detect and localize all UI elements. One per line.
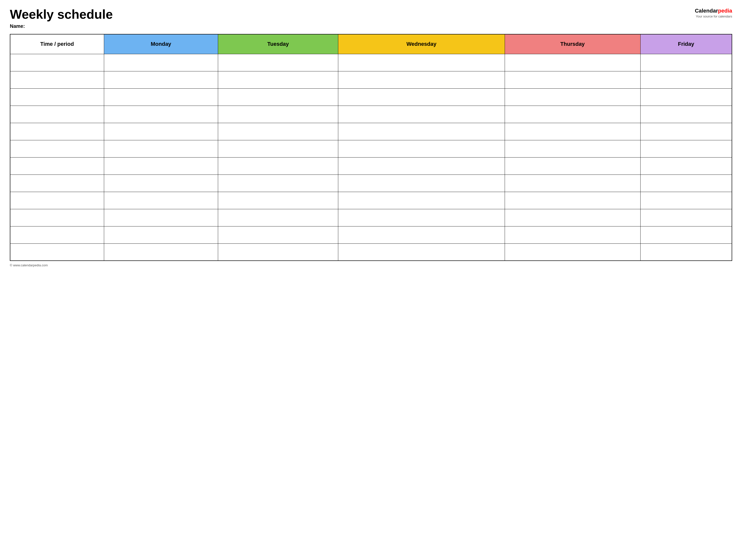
title-section: Weekly schedule Name:: [10, 7, 113, 29]
schedule-cell[interactable]: [338, 89, 505, 106]
schedule-cell[interactable]: [505, 157, 640, 174]
schedule-cell[interactable]: [104, 157, 218, 174]
time-cell[interactable]: [10, 243, 104, 261]
schedule-cell[interactable]: [338, 157, 505, 174]
schedule-cell[interactable]: [104, 192, 218, 209]
schedule-cell[interactable]: [104, 106, 218, 123]
schedule-body: [10, 54, 732, 261]
time-cell[interactable]: [10, 209, 104, 226]
schedule-cell[interactable]: [640, 89, 732, 106]
schedule-cell[interactable]: [640, 243, 732, 261]
schedule-cell[interactable]: [338, 209, 505, 226]
col-header-time: Time / period: [10, 34, 104, 54]
schedule-cell[interactable]: [218, 140, 338, 157]
schedule-cell[interactable]: [338, 140, 505, 157]
table-row: [10, 123, 732, 140]
schedule-cell[interactable]: [104, 226, 218, 243]
schedule-cell[interactable]: [218, 123, 338, 140]
schedule-cell[interactable]: [218, 54, 338, 71]
schedule-cell[interactable]: [338, 226, 505, 243]
footer-url: © www.calendarpedia.com: [10, 263, 48, 267]
table-row: [10, 174, 732, 192]
schedule-cell[interactable]: [104, 54, 218, 71]
logo-section: Calendarpedia Your source for calendars: [695, 7, 732, 18]
schedule-cell[interactable]: [505, 123, 640, 140]
table-row: [10, 89, 732, 106]
schedule-cell[interactable]: [338, 123, 505, 140]
schedule-cell[interactable]: [104, 243, 218, 261]
time-cell[interactable]: [10, 71, 104, 89]
schedule-cell[interactable]: [640, 174, 732, 192]
col-header-friday: Friday: [640, 34, 732, 54]
schedule-cell[interactable]: [505, 71, 640, 89]
schedule-cell[interactable]: [505, 243, 640, 261]
table-row: [10, 71, 732, 89]
logo-pedia-text: pedia: [718, 8, 732, 14]
schedule-cell[interactable]: [640, 157, 732, 174]
schedule-cell[interactable]: [505, 174, 640, 192]
schedule-cell[interactable]: [338, 106, 505, 123]
time-cell[interactable]: [10, 89, 104, 106]
schedule-cell[interactable]: [640, 140, 732, 157]
schedule-cell[interactable]: [104, 140, 218, 157]
table-row: [10, 157, 732, 174]
schedule-cell[interactable]: [218, 226, 338, 243]
schedule-cell[interactable]: [640, 106, 732, 123]
schedule-cell[interactable]: [104, 89, 218, 106]
schedule-cell[interactable]: [505, 54, 640, 71]
logo-text: Calendarpedia: [695, 7, 732, 14]
schedule-cell[interactable]: [338, 54, 505, 71]
schedule-cell[interactable]: [218, 157, 338, 174]
logo-subtitle: Your source for calendars: [695, 14, 732, 19]
schedule-cell[interactable]: [338, 174, 505, 192]
schedule-cell[interactable]: [338, 71, 505, 89]
schedule-cell[interactable]: [640, 54, 732, 71]
page-title: Weekly schedule: [10, 7, 113, 21]
schedule-cell[interactable]: [218, 71, 338, 89]
col-header-thursday: Thursday: [505, 34, 640, 54]
schedule-cell[interactable]: [505, 209, 640, 226]
schedule-cell[interactable]: [505, 140, 640, 157]
schedule-cell[interactable]: [218, 174, 338, 192]
table-row: [10, 243, 732, 261]
schedule-table: Time / period Monday Tuesday Wednesday T…: [10, 34, 732, 261]
schedule-cell[interactable]: [505, 106, 640, 123]
schedule-cell[interactable]: [505, 226, 640, 243]
schedule-cell[interactable]: [218, 192, 338, 209]
schedule-cell[interactable]: [218, 89, 338, 106]
time-cell[interactable]: [10, 140, 104, 157]
schedule-cell[interactable]: [640, 123, 732, 140]
name-label: Name:: [10, 23, 113, 29]
schedule-cell[interactable]: [104, 123, 218, 140]
schedule-cell[interactable]: [104, 209, 218, 226]
schedule-cell[interactable]: [640, 71, 732, 89]
time-cell[interactable]: [10, 174, 104, 192]
table-row: [10, 140, 732, 157]
schedule-cell[interactable]: [640, 226, 732, 243]
schedule-cell[interactable]: [218, 243, 338, 261]
col-header-monday: Monday: [104, 34, 218, 54]
time-cell[interactable]: [10, 192, 104, 209]
footer: © www.calendarpedia.com: [10, 263, 732, 267]
schedule-cell[interactable]: [640, 192, 732, 209]
time-cell[interactable]: [10, 106, 104, 123]
schedule-cell[interactable]: [218, 106, 338, 123]
header-area: Weekly schedule Name: Calendarpedia Your…: [10, 7, 732, 29]
schedule-cell[interactable]: [505, 89, 640, 106]
schedule-cell[interactable]: [104, 71, 218, 89]
table-row: [10, 54, 732, 71]
col-header-tuesday: Tuesday: [218, 34, 338, 54]
schedule-cell[interactable]: [338, 243, 505, 261]
table-row: [10, 226, 732, 243]
time-cell[interactable]: [10, 54, 104, 71]
schedule-cell[interactable]: [505, 192, 640, 209]
time-cell[interactable]: [10, 226, 104, 243]
schedule-cell[interactable]: [218, 209, 338, 226]
time-cell[interactable]: [10, 123, 104, 140]
col-header-wednesday: Wednesday: [338, 34, 505, 54]
schedule-cell[interactable]: [338, 192, 505, 209]
schedule-cell[interactable]: [640, 209, 732, 226]
logo-calendar-text: Calendar: [695, 8, 718, 14]
time-cell[interactable]: [10, 157, 104, 174]
schedule-cell[interactable]: [104, 174, 218, 192]
